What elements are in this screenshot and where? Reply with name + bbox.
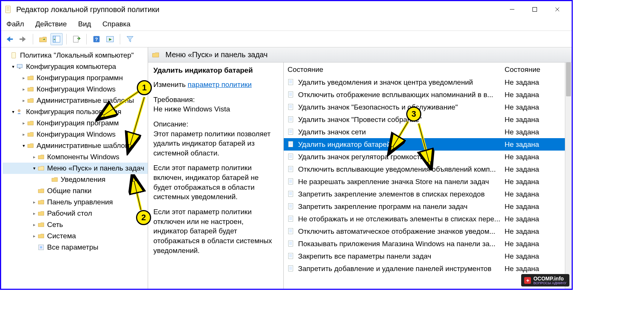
policy-name: Удалить уведомления и значок центра увед… [298,78,505,87]
svg-rect-22 [288,79,293,85]
policy-icon [288,79,295,86]
policy-icon [288,190,295,198]
svg-rect-42 [288,141,293,147]
tree-start-taskbar[interactable]: Меню «Пуск» и панель задач [3,163,148,174]
policy-icon [288,228,295,235]
minimize-button[interactable] [501,2,523,17]
policy-row[interactable]: Запретить добавление и удаление панелей … [284,262,565,275]
policy-row[interactable]: Показывать приложения Магазина Windows н… [284,238,565,250]
policy-state: Не задана [505,265,561,273]
policy-icon [288,203,295,210]
annotation-3: 3 [406,107,421,122]
policy-name: Удалить значок "Безопасность и обслужива… [298,103,505,111]
policy-row[interactable]: Удалить значок регулятора громкостиНе за… [284,151,565,163]
policy-state: Не задана [505,227,561,236]
list-col-name[interactable]: Состояние [288,65,505,74]
svg-rect-54 [288,178,293,184]
policy-name: Удалить значок сети [298,128,505,136]
vertical-scrollbar[interactable] [565,62,572,289]
close-button[interactable] [546,2,569,17]
maximize-button[interactable] [523,2,546,17]
tree-item[interactable]: Административные шаблоны [3,95,148,106]
app-icon [4,5,12,14]
policy-row[interactable]: Удалить индикатор батарейНе задана [284,138,565,151]
policy-state: Не задана [505,140,561,149]
back-button[interactable] [3,33,15,45]
svg-rect-16 [12,53,16,58]
svg-point-21 [40,246,42,248]
scrollbar-thumb[interactable] [566,62,571,96]
tree-item[interactable]: Сеть [3,219,148,230]
filter-button[interactable] [124,33,136,45]
tree-item[interactable]: Панель управления [3,196,148,208]
requirements-value: Не ниже Windows Vista [153,104,278,114]
list-pane: Состояние Состояние Удалить уведомления … [284,62,572,289]
menu-view[interactable]: Вид [76,19,92,29]
policy-state: Не задана [505,203,561,211]
show-tree-button[interactable] [50,33,63,45]
policy-row[interactable]: Запретить закрепление элементов в списка… [284,188,565,200]
policy-name: Запретить добавление и удаление панелей … [298,265,505,273]
tree-pane[interactable]: Политика "Локальный компьютер" Конфигура… [1,47,148,289]
svg-rect-78 [288,253,293,259]
policy-icon [288,91,295,99]
policy-name: Не разрешать закрепление значка Store на… [298,178,505,186]
policy-icon [288,104,295,111]
policy-rows: Удалить уведомления и значок центра увед… [284,76,565,275]
up-button[interactable] [37,33,49,45]
tree-item[interactable]: Конфигурация Windows [3,129,148,140]
policy-row[interactable]: Закрепить все параметры панели задачНе з… [284,250,565,262]
folder-icon [27,85,34,93]
policy-row[interactable]: Не разрешать закрепление значка Store на… [284,175,565,188]
tree-admin-templates[interactable]: Административные шаблоны [3,140,148,151]
export-button[interactable] [70,33,83,45]
folder-icon [37,187,45,195]
tree-item[interactable]: Общие папки [3,185,148,196]
tree-item[interactable]: Рабочий стол [3,208,148,219]
tree-item[interactable]: Конфигурация Windows [3,84,148,95]
policy-icon [288,128,295,136]
tree-item[interactable]: Уведомления [3,174,148,185]
folder-icon [51,176,58,183]
tree-item[interactable]: Компоненты Windows [3,151,148,163]
folder-icon [27,119,34,127]
policy-row[interactable]: Удалить значок сетиНе задана [284,126,565,138]
edit-policy-link[interactable]: параметр политики [188,81,252,88]
menu-help[interactable]: Справка [101,19,132,29]
policy-name: Удалить индикатор батарей [298,140,505,149]
tree-computer-config[interactable]: Конфигурация компьютера [3,61,148,72]
help-button[interactable]: ? [90,33,102,45]
tree-item[interactable]: Конфигурация программ [3,117,148,129]
list-header[interactable]: Состояние Состояние [284,62,565,76]
tree-user-config[interactable]: Конфигурация пользователя [3,106,148,117]
svg-rect-82 [288,265,293,271]
svg-point-19 [18,110,20,112]
folder-icon [37,210,45,217]
list-col-state[interactable]: Состояние [505,65,561,74]
policy-name: Отключить автоматическое отображение зна… [298,227,505,236]
svg-rect-30 [288,104,293,110]
policy-row[interactable]: Удалить уведомления и значок центра увед… [284,76,565,88]
svg-rect-34 [288,116,293,122]
policy-state: Не задана [505,165,561,174]
tree-item[interactable]: Система [3,230,148,242]
policy-row[interactable]: Удалить значок "Безопасность и обслужива… [284,101,565,113]
policy-row[interactable]: Удалить значок "Провести собрание"Не зад… [284,113,565,126]
tree-root[interactable]: Политика "Локальный компьютер" [3,50,148,61]
svg-rect-0 [6,6,11,13]
policy-row[interactable]: Запретить закрепление программ на панели… [284,200,565,213]
policy-row[interactable]: Отключить всплывающие уведомления объявл… [284,163,565,175]
tree-item[interactable]: Конфигурация программн [3,72,148,84]
scroll-icon [10,52,18,59]
policy-row[interactable]: Отключить отображение всплывающих напоми… [284,88,565,101]
policy-state: Не задана [505,240,561,248]
policy-row[interactable]: Отключить автоматическое отображение зна… [284,225,565,238]
extended-view-button[interactable] [104,33,116,45]
menu-action[interactable]: Действие [34,19,69,29]
policy-icon [288,215,295,223]
tree-item[interactable]: Все параметры [3,242,148,253]
menu-file[interactable]: Файл [5,19,26,29]
policy-row[interactable]: Не отображать и не отслеживать элементы … [284,213,565,225]
forward-button[interactable] [17,33,29,45]
watermark-sub: ВОПРОСЫ АДМИНУ [533,282,566,285]
